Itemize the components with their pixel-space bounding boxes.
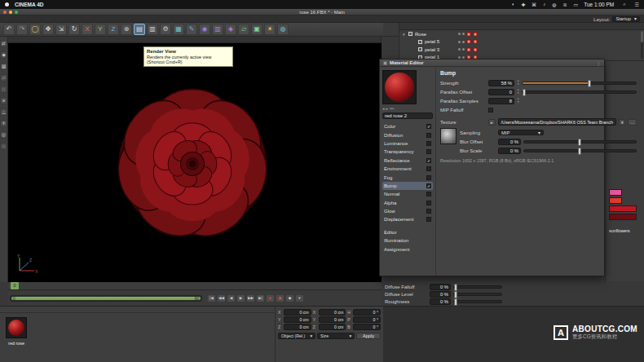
- visibility-dot-icon[interactable]: [462, 33, 465, 35]
- texture-expand-button[interactable]: ▸: [488, 119, 496, 126]
- notification-center-icon[interactable]: ☰: [635, 2, 639, 7]
- render-view-icon[interactable]: ▤: [134, 24, 145, 35]
- layout-select[interactable]: Startup▾: [612, 16, 640, 22]
- status-icon-bluetooth[interactable]: ◍: [552, 2, 556, 7]
- status-icon-keyboard[interactable]: ⌘: [532, 2, 536, 7]
- power-slider-range[interactable]: 0 90: [11, 297, 201, 300]
- channel-checkbox[interactable]: [426, 183, 431, 188]
- slider-knob[interactable]: [578, 139, 581, 146]
- coordinate-system-icon[interactable]: ⊕: [121, 24, 132, 35]
- object-row[interactable]: ▾ petal 5 × ×: [399, 38, 644, 46]
- object-manager-scrollbar[interactable]: [641, 31, 643, 59]
- apply-button[interactable]: Apply: [356, 333, 381, 339]
- material-editor-titlebar[interactable]: Material Editor ⋮: [380, 60, 604, 67]
- environment-icon[interactable]: ◍: [277, 24, 289, 35]
- stepper-icon[interactable]: ▲▼: [517, 98, 519, 104]
- next-preview-icon[interactable]: ▸: [386, 106, 389, 111]
- channel-checkbox[interactable]: [426, 209, 431, 214]
- channel-row[interactable]: Bump: [382, 182, 433, 190]
- channel-checkbox[interactable]: [426, 133, 431, 138]
- expand-arrow-icon[interactable]: ▾: [403, 32, 408, 37]
- material-name-field[interactable]: red rose 2: [382, 113, 433, 119]
- attribute-input[interactable]: 0 %: [430, 284, 451, 290]
- range-end-handle[interactable]: 90: [194, 296, 199, 301]
- prev-frame-button[interactable]: ◀: [227, 294, 236, 302]
- object-row[interactable]: ▾ petal 3 × ×: [399, 46, 644, 54]
- parallax-samples-input[interactable]: 8: [488, 98, 514, 104]
- enable-axis-icon[interactable]: ✛: [0, 120, 7, 127]
- sampling-select[interactable]: MIP▾: [498, 130, 544, 135]
- polygons-mode-icon[interactable]: △: [0, 108, 7, 116]
- channel-row[interactable]: Fog: [382, 173, 433, 181]
- texture-browse-button[interactable]: …: [628, 119, 637, 126]
- object-label[interactable]: Rose: [415, 32, 426, 37]
- channel-row[interactable]: Assignment: [382, 245, 433, 253]
- next-key-button[interactable]: ▶▶: [246, 294, 255, 302]
- render-to-picture-viewer-icon[interactable]: ▥: [147, 24, 158, 35]
- attribute-slider[interactable]: [453, 300, 502, 303]
- scrollbar-thumb[interactable]: [641, 31, 643, 42]
- channel-checkbox[interactable]: [426, 175, 431, 180]
- texture-tag-icon[interactable]: ×: [473, 47, 478, 52]
- status-icon-battery[interactable]: ▭: [574, 2, 579, 7]
- range-start-handle[interactable]: 0: [13, 296, 15, 301]
- texture-menu-button[interactable]: ▾: [619, 119, 626, 126]
- object-label[interactable]: petal 5: [425, 39, 439, 44]
- slider-knob[interactable]: [588, 80, 591, 87]
- app-menu-title[interactable]: CINEMA 4D: [15, 2, 44, 7]
- model-mode-icon[interactable]: ◆: [0, 51, 7, 59]
- visibility-dot-icon[interactable]: [462, 48, 465, 51]
- channel-checkbox[interactable]: [426, 124, 431, 129]
- prev-key-button[interactable]: ◀◀: [217, 294, 226, 302]
- floor-icon[interactable]: ▱: [238, 24, 249, 35]
- channel-checkbox[interactable]: [426, 217, 431, 222]
- rotation-input[interactable]: 0 °: [353, 324, 381, 330]
- blur-scale-slider[interactable]: [523, 149, 637, 152]
- spline-pen-icon[interactable]: ✎: [186, 24, 197, 35]
- slider-knob[interactable]: [578, 148, 581, 155]
- texture-path-button[interactable]: /Users/Moosesama/Dropbox/SHARK6 OSS Team…: [498, 118, 616, 126]
- playback-options-button[interactable]: ▾: [295, 294, 304, 302]
- texture-tag-icon[interactable]: ×: [473, 39, 478, 44]
- live-selection-icon[interactable]: ◯: [29, 24, 41, 35]
- keyframe-selection-button[interactable]: ◆: [285, 294, 294, 302]
- size-input[interactable]: 0 cm: [319, 324, 346, 330]
- parallax-offset-input[interactable]: 0: [488, 89, 514, 95]
- render-settings-icon[interactable]: ⚙: [160, 24, 171, 35]
- slider-knob[interactable]: [454, 291, 457, 298]
- channel-checkbox[interactable]: [426, 192, 431, 196]
- texture-thumbnail[interactable]: [440, 128, 457, 144]
- axis-x-icon[interactable]: X: [82, 24, 93, 35]
- blur-offset-input[interactable]: 0 %: [498, 139, 521, 145]
- slider-knob[interactable]: [523, 89, 526, 96]
- convert-icon[interactable]: ⇄: [0, 40, 7, 47]
- undo-icon[interactable]: ↶: [3, 24, 15, 35]
- move-tool-icon[interactable]: ✥: [42, 24, 54, 35]
- channel-checkbox[interactable]: [426, 166, 431, 171]
- texture-tag-icon[interactable]: ×: [473, 32, 478, 37]
- texture-mode-icon[interactable]: ▨: [0, 63, 7, 70]
- channel-row[interactable]: Alpha: [382, 199, 433, 207]
- channel-row[interactable]: Glow: [382, 207, 433, 215]
- snap-icon[interactable]: ∩: [0, 143, 7, 150]
- channel-row[interactable]: Diffusion: [382, 130, 433, 139]
- blur-scale-input[interactable]: 0 %: [498, 148, 521, 154]
- window-titlebar[interactable]: rose 16.FBX * - Main: [0, 9, 644, 15]
- channel-row[interactable]: Displacement: [382, 215, 433, 223]
- channel-row[interactable]: Color: [382, 122, 433, 130]
- position-input[interactable]: 0 cm: [284, 324, 311, 330]
- rotate-tool-icon[interactable]: ↻: [68, 24, 80, 35]
- channel-row[interactable]: Environment: [382, 165, 433, 173]
- workplane-icon[interactable]: ▱: [0, 74, 7, 82]
- spotlight-icon[interactable]: ⌕: [623, 2, 625, 7]
- prev-preview-icon[interactable]: ◂: [382, 106, 385, 111]
- texture-tag-icon[interactable]: ×: [466, 47, 471, 52]
- viewport-canvas[interactable]: X Y Z: [8, 43, 382, 282]
- viewport-solo-icon[interactable]: ◎: [0, 131, 7, 139]
- channel-row[interactable]: Luminance: [382, 139, 433, 148]
- size-input[interactable]: 0 cm: [319, 309, 346, 316]
- object-row[interactable]: ▾ Rose × ×: [399, 30, 644, 38]
- material-preview[interactable]: [382, 70, 417, 104]
- channel-row[interactable]: Transparency: [382, 148, 433, 156]
- goto-start-button[interactable]: |◀: [207, 294, 216, 302]
